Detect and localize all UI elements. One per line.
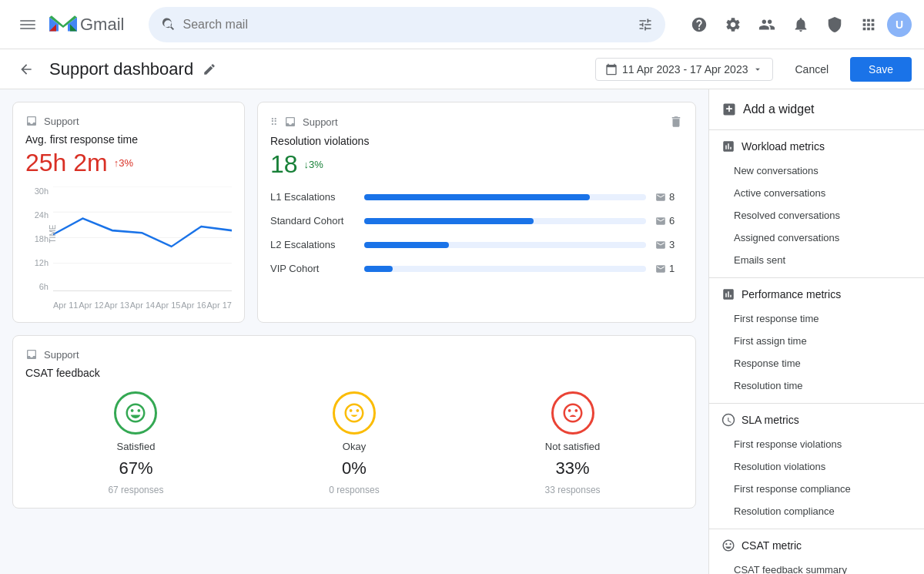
okay-emoji xyxy=(333,391,376,435)
workspace-icon[interactable] xyxy=(819,9,850,40)
bar-row-standard: Standard Cohort 6 xyxy=(270,215,683,227)
bar-count-l1: 8 xyxy=(655,191,683,203)
widgets-row-1: Support Avg. first response time 25h 2m … xyxy=(12,102,696,323)
csat-team-label: Support xyxy=(44,349,79,361)
search-options-icon xyxy=(638,17,653,32)
sidebar-sla-title: SLA metrics xyxy=(709,407,924,433)
delete-icon[interactable] xyxy=(669,115,683,129)
line-chart-svg xyxy=(53,186,232,290)
resolution-value: 18 ↓3% xyxy=(270,150,683,179)
sla-label: SLA metrics xyxy=(742,414,799,426)
sidebar-divider-1 xyxy=(709,277,924,278)
sidebar-title: Add a widget xyxy=(709,102,924,126)
sidebar-workload-title: Workload metrics xyxy=(709,133,924,159)
sidebar-add-widget-label: Add a widget xyxy=(743,102,815,116)
bar-row-l2: L2 Escalations 3 xyxy=(270,239,683,250)
dashboard-content: Support Avg. first response time 25h 2m … xyxy=(0,89,708,574)
search-icon xyxy=(161,17,176,32)
date-range-label: 11 Apr 2023 - 17 Apr 2023 xyxy=(622,63,748,76)
sidebar-item-emails-sent[interactable]: Emails sent xyxy=(709,249,924,271)
csat-metric-label: CSAT metric xyxy=(742,539,802,552)
resolution-change: ↓3% xyxy=(304,159,323,170)
svg-rect-0 xyxy=(20,20,35,22)
sidebar-item-resolution-compliance[interactable]: Resolution compliance xyxy=(709,500,924,522)
widget-header-resolution: ⠿ Support xyxy=(270,115,683,129)
resolution-number: 18 xyxy=(270,150,298,179)
svg-rect-1 xyxy=(20,24,35,25)
resolution-inbox-icon xyxy=(284,116,296,128)
sidebar: Add a widget Workload metrics New conver… xyxy=(708,89,924,574)
satisfied-percent: 67% xyxy=(119,458,152,478)
csat-title: CSAT feedback xyxy=(25,367,683,379)
sidebar-item-new-conversations[interactable]: New conversations xyxy=(709,159,924,182)
sidebar-item-resolution-violations[interactable]: Resolution violations xyxy=(709,455,924,478)
avatar[interactable]: U xyxy=(887,12,912,37)
top-navigation: Gmail U xyxy=(0,0,924,49)
back-button[interactable] xyxy=(12,55,40,83)
csat-okay: Okay 0% 0 responses xyxy=(329,391,379,495)
resolution-bars: L1 Escalations 8 Standard Cohort xyxy=(270,191,683,274)
cancel-button[interactable]: Cancel xyxy=(782,57,841,82)
satisfied-responses: 67 responses xyxy=(108,485,163,495)
avg-change: ↑3% xyxy=(114,157,133,169)
drag-handle[interactable]: ⠿ xyxy=(270,116,278,128)
csat-widget: Support CSAT feedback Satisfied 67% 67 r… xyxy=(12,335,696,509)
search-input[interactable] xyxy=(182,18,631,32)
sidebar-section-sla: SLA metrics First response violations Re… xyxy=(709,407,924,522)
date-range-picker[interactable]: 11 Apr 2023 - 17 Apr 2023 xyxy=(595,58,773,81)
help-icon[interactable] xyxy=(684,9,715,40)
sidebar-item-resolved-conversations[interactable]: Resolved conversations xyxy=(709,204,924,227)
csat-items: Satisfied 67% 67 responses Okay 0% 0 res… xyxy=(25,391,683,495)
avg-response-widget: Support Avg. first response time 25h 2m … xyxy=(12,102,245,323)
sidebar-section-workload: Workload metrics New conversations Activ… xyxy=(709,133,924,271)
notifications-icon[interactable] xyxy=(785,9,816,40)
inbox-icon xyxy=(25,115,38,127)
sidebar-item-assigned-conversations[interactable]: Assigned conversations xyxy=(709,227,924,249)
resolution-widget: ⠿ Support Resolution violations 18 ↓3% L… xyxy=(257,102,696,323)
contacts-icon[interactable] xyxy=(752,9,782,40)
search-bar[interactable] xyxy=(149,7,665,42)
nav-icons: U xyxy=(684,9,912,40)
settings-icon[interactable] xyxy=(718,9,748,40)
chart-xaxis: Apr 11 Apr 12 Apr 13 Apr 14 Apr 15 Apr 1… xyxy=(53,300,232,310)
performance-icon xyxy=(721,287,735,301)
sidebar-item-first-assign-time[interactable]: First assign time xyxy=(709,330,924,352)
bar-track-vip xyxy=(364,266,646,272)
sidebar-item-response-time[interactable]: Response time xyxy=(709,352,924,374)
not-satisfied-emoji xyxy=(551,391,594,435)
bar-track-standard xyxy=(364,218,646,224)
main-content: Support Avg. first response time 25h 2m … xyxy=(0,89,924,574)
apps-icon[interactable] xyxy=(853,9,884,40)
bar-count-l2: 3 xyxy=(655,239,683,250)
bar-fill-vip xyxy=(364,266,393,272)
widget-header-csat: Support xyxy=(25,348,683,361)
page-title: Support dashboard xyxy=(49,59,193,79)
subheader-right: 11 Apr 2023 - 17 Apr 2023 Cancel Save xyxy=(595,57,912,82)
sidebar-item-csat-feedback-summary[interactable]: CSAT feedback summary xyxy=(709,559,924,574)
performance-label: Performance metrics xyxy=(742,288,841,300)
csat-not-satisfied: Not satisfied 33% 33 responses xyxy=(545,391,601,495)
sidebar-item-resolution-time[interactable]: Resolution time xyxy=(709,374,924,397)
hamburger-menu[interactable] xyxy=(12,9,43,40)
sidebar-item-active-conversations[interactable]: Active conversations xyxy=(709,182,924,204)
sidebar-section-performance: Performance metrics First response time … xyxy=(709,281,924,397)
sidebar-item-first-response-violations[interactable]: First response violations xyxy=(709,433,924,455)
bar-row-vip: VIP Cohort 1 xyxy=(270,263,683,274)
edit-icon[interactable] xyxy=(203,62,216,76)
sidebar-item-first-response-time[interactable]: First response time xyxy=(709,307,924,330)
chart-container: 30h 24h 18h 12h 6h TIME xyxy=(25,186,232,310)
okay-percent: 0% xyxy=(342,458,367,478)
save-button[interactable]: Save xyxy=(850,57,912,82)
csat-smiley-icon xyxy=(721,539,735,552)
sidebar-item-first-response-compliance[interactable]: First response compliance xyxy=(709,478,924,500)
resolution-title: Resolution violations xyxy=(270,135,683,147)
bar-fill-standard xyxy=(364,218,534,224)
satisfied-label: Satisfied xyxy=(117,441,156,452)
bar-count-vip: 1 xyxy=(655,263,683,274)
csat-inbox-icon xyxy=(25,348,38,361)
not-satisfied-label: Not satisfied xyxy=(545,441,601,452)
bar-track-l1 xyxy=(364,194,646,200)
sidebar-divider-2 xyxy=(709,403,924,404)
satisfied-emoji xyxy=(114,391,157,435)
okay-responses: 0 responses xyxy=(329,485,379,495)
